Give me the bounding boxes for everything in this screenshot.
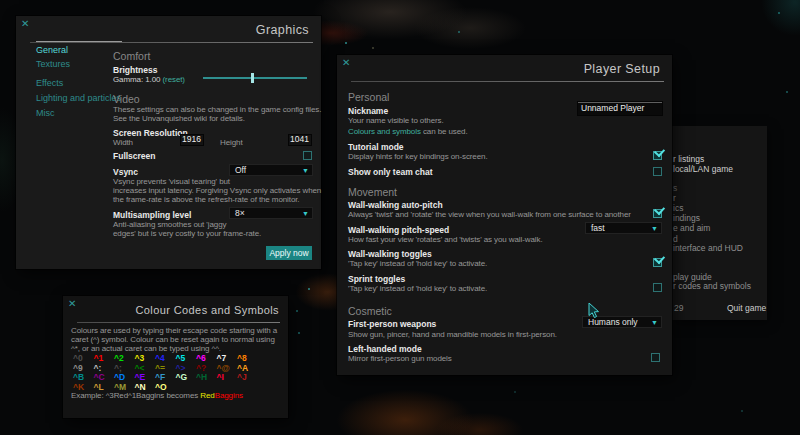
menu-item-interface-hud[interactable]: interface and HUD <box>673 243 743 253</box>
sidebar-item-lighting[interactable]: Lighting and particles <box>36 93 121 103</box>
menu-item-server-listings[interactable]: r listings <box>673 154 704 164</box>
team-chat-label: Show only team chat <box>348 167 433 177</box>
sidebar-item-effects[interactable]: Effects <box>36 78 63 88</box>
menu-item-graphics[interactable]: ics <box>673 203 683 213</box>
colour-code: ^? <box>196 363 217 373</box>
wall-toggles-checkbox[interactable] <box>653 258 662 267</box>
vsync-dropdown[interactable]: Off ▼ <box>229 164 313 176</box>
pitch-speed-label: Wall-walking pitch-speed <box>348 225 449 235</box>
colour-desc-line1: Colours are used by typing their escape … <box>71 326 277 335</box>
multisampling-dropdown[interactable]: 8× ▼ <box>229 207 313 219</box>
team-chat-checkbox[interactable] <box>653 167 662 176</box>
close-icon[interactable]: ✕ <box>21 19 29 29</box>
title-divider <box>351 81 664 82</box>
tutorial-mode-label: Tutorial mode <box>348 142 404 152</box>
colour-code: ^: <box>94 363 115 373</box>
colour-code: ^E <box>135 372 156 382</box>
fp-weapons-label: First-person weapons <box>348 319 436 329</box>
colour-code: ^I <box>217 372 238 382</box>
colour-code: ^F <box>155 372 176 382</box>
colour-code: ^< <box>135 363 156 373</box>
fullscreen-checkbox[interactable] <box>303 151 312 160</box>
multisampling-desc-line1: Anti-aliasing smoothes out 'jaggy <box>113 220 226 229</box>
video-note-line1: These settings can also be changed in th… <box>113 105 321 114</box>
menu-item-bindings[interactable]: indings <box>673 213 700 223</box>
colour-code: ^N <box>135 382 156 392</box>
vsync-value: Off <box>235 165 246 175</box>
height-label: Height <box>220 138 243 147</box>
window-title: Colour Codes and Symbols <box>135 304 279 316</box>
width-input[interactable]: 1916 <box>180 134 204 146</box>
example-baggins: Baggins <box>215 391 243 400</box>
colour-code: ^K <box>73 382 94 392</box>
gamma-slider-thumb[interactable] <box>251 73 254 83</box>
gamma-slider[interactable] <box>203 77 307 79</box>
sidebar-item-misc[interactable]: Misc <box>36 108 55 118</box>
colour-code: ^2 <box>114 353 135 363</box>
active-tab-indicator <box>36 41 122 42</box>
menu-item-colour-codes[interactable]: r codes and symbols <box>673 281 751 291</box>
main-menu-panel-fragment: r listings local/LAN game s r ics inding… <box>672 126 767 320</box>
title-divider <box>77 322 280 323</box>
colour-code: ^0 <box>73 353 94 363</box>
colour-code: ^B <box>73 372 94 382</box>
close-icon[interactable]: ✕ <box>342 58 350 68</box>
multisampling-label: Multisampling level <box>113 210 191 220</box>
vsync-desc-line2: increases input latency. Forgiving Vsync… <box>113 186 321 195</box>
brightness-label: Brightness <box>113 65 157 75</box>
pitch-speed-dropdown[interactable]: fast ▼ <box>585 222 662 234</box>
height-input[interactable]: 1041 <box>288 134 312 146</box>
sidebar-item-textures[interactable]: Textures <box>36 59 70 69</box>
tutorial-mode-checkbox[interactable] <box>653 151 662 160</box>
left-handed-checkbox[interactable] <box>651 353 660 362</box>
autopitch-checkbox[interactable] <box>653 209 662 218</box>
video-note-line2: See the Unvanquished wiki for details. <box>113 114 245 123</box>
pitch-speed-value: fast <box>591 223 605 233</box>
autopitch-desc: Always 'twist' and 'rotate' the view whe… <box>348 210 631 219</box>
mouse-cursor-icon <box>588 303 600 323</box>
colour-code: ^3 <box>135 353 156 363</box>
gamma-reset-link[interactable]: (reset) <box>163 75 185 84</box>
chevron-down-icon: ▼ <box>651 318 658 327</box>
menu-item-player[interactable]: r <box>673 193 676 203</box>
colour-code: ^D <box>114 372 135 382</box>
background-stars <box>0 0 2 2</box>
chevron-down-icon: ▼ <box>302 209 309 218</box>
personal-header: Personal <box>348 91 389 103</box>
sprint-toggles-checkbox[interactable] <box>653 283 662 292</box>
example-label: Example: ^3Red^1Baggins becomes <box>71 391 200 400</box>
menu-item-local-lan-game[interactable]: local/LAN game <box>673 164 733 174</box>
colour-desc-line2: caret (^) symbol. Colour can be reset ag… <box>71 335 275 344</box>
colour-code: ^7 <box>217 353 238 363</box>
sidebar-item-general[interactable]: General <box>36 45 68 55</box>
colour-code: ^O <box>155 382 176 392</box>
title-divider <box>30 42 313 43</box>
nickname-input[interactable]: Unnamed Player <box>578 102 662 115</box>
close-icon[interactable]: ✕ <box>68 299 76 309</box>
link-suffix: can be used. <box>421 127 468 136</box>
colour-codes-window: ✕ Colour Codes and Symbols Colours are u… <box>63 296 288 418</box>
gamma-value: Gamma: 1.00 (reset) <box>113 75 185 84</box>
sprint-toggles-desc: 'Tap key' instead of 'hold key' to activ… <box>348 284 487 293</box>
vsync-desc-line3: the frame-rate is above the refresh-rate… <box>113 195 300 204</box>
vsync-label: Vsync <box>113 167 138 177</box>
menu-item-mouse-aim[interactable]: e and aim <box>673 223 710 233</box>
quit-game-button[interactable]: Quit game <box>727 303 766 313</box>
left-handed-label: Left-handed mode <box>348 344 422 354</box>
colour-code: ^6 <box>196 353 217 363</box>
colour-code: ^1 <box>94 353 115 363</box>
nickname-label: Nickname <box>348 106 388 116</box>
colours-symbols-link[interactable]: Colours and symbols <box>348 127 421 136</box>
chevron-down-icon: ▼ <box>302 166 309 175</box>
wall-toggles-desc: 'Tap key' instead of 'hold key' to activ… <box>348 259 487 268</box>
window-title: Player Setup <box>584 62 660 76</box>
sprint-toggles-label: Sprint toggles <box>348 274 405 284</box>
pitch-speed-desc: How fast your view 'rotates' and 'twists… <box>348 235 543 244</box>
apply-now-button[interactable]: Apply now <box>266 246 312 260</box>
video-header: Video <box>113 93 140 105</box>
cosmetic-header: Cosmetic <box>348 305 392 317</box>
multisampling-value: 8× <box>235 208 245 218</box>
gamma-label: Gamma: 1.00 <box>113 75 160 84</box>
version-fragment: 29 <box>674 303 683 313</box>
colour-code: ^J <box>237 372 258 382</box>
